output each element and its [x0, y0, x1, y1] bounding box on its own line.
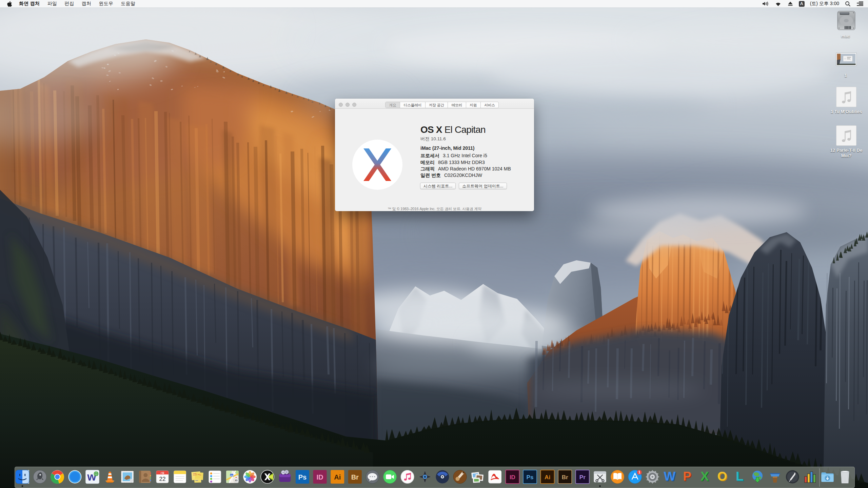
svg-text:Ai: Ai: [545, 474, 550, 481]
svg-text:Ps: Ps: [527, 474, 534, 481]
svg-text:280: 280: [230, 474, 234, 476]
svg-text:Ps: Ps: [298, 473, 307, 481]
svg-text:P: P: [683, 469, 691, 483]
svg-text:3D: 3D: [235, 479, 238, 482]
svg-text:X: X: [701, 469, 709, 483]
svg-text:O: O: [717, 469, 727, 483]
svg-text:Pr: Pr: [579, 474, 586, 481]
svg-text:Br: Br: [562, 474, 568, 481]
svg-text:ID: ID: [317, 473, 323, 481]
svg-text:1: 1: [638, 470, 640, 474]
svg-text:Ai: Ai: [334, 473, 341, 481]
svg-text:L: L: [736, 469, 744, 483]
svg-text:ID: ID: [510, 474, 515, 481]
svg-text:W: W: [664, 469, 675, 483]
svg-text:Br: Br: [351, 473, 359, 481]
svg-text:2월: 2월: [160, 471, 164, 474]
svg-text:22: 22: [159, 476, 166, 482]
